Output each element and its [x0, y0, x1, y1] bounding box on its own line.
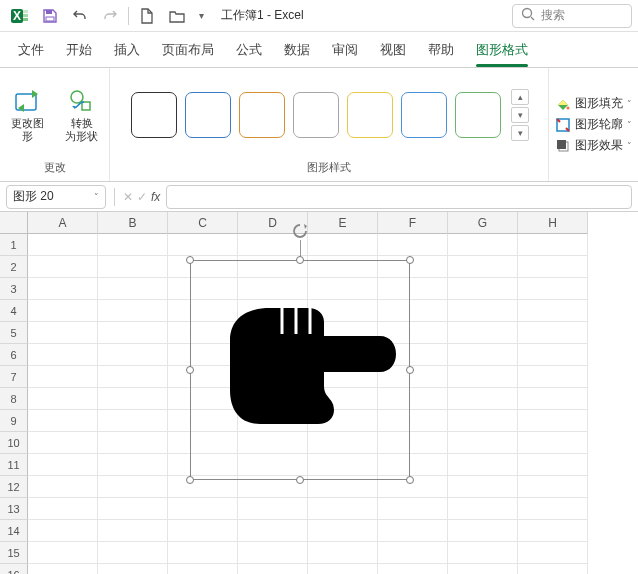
cell-H4[interactable] [518, 300, 588, 322]
cell-B9[interactable] [98, 410, 168, 432]
cell-C1[interactable] [168, 234, 238, 256]
accept-formula-icon[interactable]: ✓ [137, 190, 147, 204]
cell-G6[interactable] [448, 344, 518, 366]
tab-shape-format[interactable]: 图形格式 [466, 33, 538, 67]
row-header-5[interactable]: 5 [0, 322, 28, 344]
tab-insert[interactable]: 插入 [104, 33, 150, 67]
change-shape-button[interactable]: 更改图 形 [3, 79, 53, 151]
cell-H6[interactable] [518, 344, 588, 366]
cell-E16[interactable] [308, 564, 378, 574]
cell-G12[interactable] [448, 476, 518, 498]
name-box[interactable]: 图形 20 ˅ [6, 185, 106, 209]
cell-C13[interactable] [168, 498, 238, 520]
col-header-F[interactable]: F [378, 212, 448, 234]
tab-file[interactable]: 文件 [8, 33, 54, 67]
shape-outline-button[interactable]: 图形轮廓˅ [555, 116, 632, 133]
cell-G9[interactable] [448, 410, 518, 432]
style-swatch-4[interactable] [347, 92, 393, 138]
cell-G14[interactable] [448, 520, 518, 542]
cell-A16[interactable] [28, 564, 98, 574]
row-header-12[interactable]: 12 [0, 476, 28, 498]
tab-view[interactable]: 视图 [370, 33, 416, 67]
cell-G15[interactable] [448, 542, 518, 564]
cell-A11[interactable] [28, 454, 98, 476]
style-swatch-6[interactable] [455, 92, 501, 138]
cell-A5[interactable] [28, 322, 98, 344]
cell-E1[interactable] [308, 234, 378, 256]
cell-G11[interactable] [448, 454, 518, 476]
save-button[interactable] [36, 4, 64, 28]
gallery-scroll-2[interactable]: ▾ [511, 125, 529, 141]
cell-E15[interactable] [308, 542, 378, 564]
shape-effects-button[interactable]: 图形效果˅ [555, 137, 632, 154]
cell-C16[interactable] [168, 564, 238, 574]
cell-H16[interactable] [518, 564, 588, 574]
cell-C15[interactable] [168, 542, 238, 564]
cell-G8[interactable] [448, 388, 518, 410]
cell-H7[interactable] [518, 366, 588, 388]
cell-H11[interactable] [518, 454, 588, 476]
cell-G3[interactable] [448, 278, 518, 300]
cell-B1[interactable] [98, 234, 168, 256]
row-header-10[interactable]: 10 [0, 432, 28, 454]
cell-F13[interactable] [378, 498, 448, 520]
cell-A8[interactable] [28, 388, 98, 410]
cell-H1[interactable] [518, 234, 588, 256]
row-header-1[interactable]: 1 [0, 234, 28, 256]
cell-A13[interactable] [28, 498, 98, 520]
open-file-button[interactable] [163, 4, 191, 28]
undo-button[interactable] [66, 4, 94, 28]
cell-D13[interactable] [238, 498, 308, 520]
cell-G1[interactable] [448, 234, 518, 256]
gallery-scroll-1[interactable]: ▾ [511, 107, 529, 123]
cell-B8[interactable] [98, 388, 168, 410]
qat-customize-button[interactable]: ▾ [193, 4, 209, 28]
cell-A6[interactable] [28, 344, 98, 366]
cell-H8[interactable] [518, 388, 588, 410]
cell-C14[interactable] [168, 520, 238, 542]
cell-A10[interactable] [28, 432, 98, 454]
cell-B7[interactable] [98, 366, 168, 388]
cancel-formula-icon[interactable]: ✕ [123, 190, 133, 204]
cell-A1[interactable] [28, 234, 98, 256]
cell-F15[interactable] [378, 542, 448, 564]
cell-F1[interactable] [378, 234, 448, 256]
row-header-2[interactable]: 2 [0, 256, 28, 278]
cell-B5[interactable] [98, 322, 168, 344]
cell-F14[interactable] [378, 520, 448, 542]
row-header-4[interactable]: 4 [0, 300, 28, 322]
tab-help[interactable]: 帮助 [418, 33, 464, 67]
style-swatch-3[interactable] [293, 92, 339, 138]
row-header-9[interactable]: 9 [0, 410, 28, 432]
cell-B10[interactable] [98, 432, 168, 454]
cell-A4[interactable] [28, 300, 98, 322]
cell-B2[interactable] [98, 256, 168, 278]
cell-H15[interactable] [518, 542, 588, 564]
cell-B11[interactable] [98, 454, 168, 476]
row-header-11[interactable]: 11 [0, 454, 28, 476]
row-header-7[interactable]: 7 [0, 366, 28, 388]
rotate-handle[interactable] [291, 222, 309, 243]
tab-formula[interactable]: 公式 [226, 33, 272, 67]
cell-G2[interactable] [448, 256, 518, 278]
cell-A12[interactable] [28, 476, 98, 498]
cell-H2[interactable] [518, 256, 588, 278]
cell-B16[interactable] [98, 564, 168, 574]
row-header-15[interactable]: 15 [0, 542, 28, 564]
cell-H10[interactable] [518, 432, 588, 454]
new-file-button[interactable] [133, 4, 161, 28]
cell-A2[interactable] [28, 256, 98, 278]
cell-G5[interactable] [448, 322, 518, 344]
select-all-triangle[interactable] [0, 212, 28, 234]
cell-B3[interactable] [98, 278, 168, 300]
cell-B4[interactable] [98, 300, 168, 322]
cell-H9[interactable] [518, 410, 588, 432]
formula-bar[interactable] [166, 185, 632, 209]
style-swatch-0[interactable] [131, 92, 177, 138]
cell-H5[interactable] [518, 322, 588, 344]
cell-G10[interactable] [448, 432, 518, 454]
style-swatch-5[interactable] [401, 92, 447, 138]
cell-H13[interactable] [518, 498, 588, 520]
cell-H14[interactable] [518, 520, 588, 542]
cell-B12[interactable] [98, 476, 168, 498]
